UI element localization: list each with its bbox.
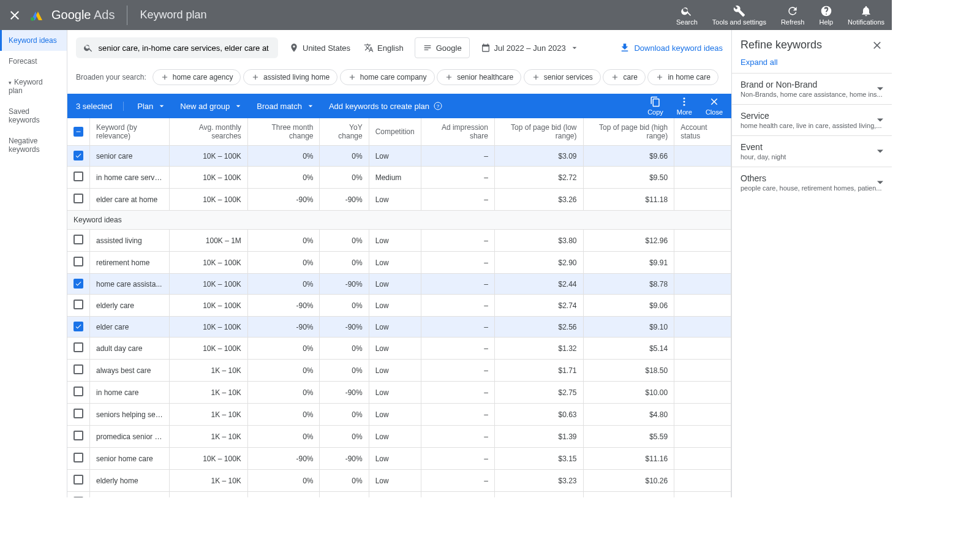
row-checkbox[interactable] (74, 300, 83, 309)
column-header[interactable]: Three month change (247, 118, 320, 146)
broaden-chip[interactable]: care (603, 69, 645, 85)
keyword-table-wrap[interactable]: Keyword (by relevance)Avg. monthly searc… (67, 118, 731, 497)
table-cell: 10K – 100K (170, 189, 248, 211)
close-icon[interactable] (7, 8, 22, 23)
svg-point-5 (684, 104, 685, 106)
table-cell: 0% (320, 252, 369, 274)
refine-section[interactable]: Eventhour, day, night (732, 135, 892, 167)
refine-section[interactable]: Brand or Non-BrandNon-Brands, home care … (732, 73, 892, 104)
network-filter[interactable]: Google (415, 37, 470, 58)
ad-group-dropdown[interactable]: New ad group (180, 101, 243, 111)
broaden-chip[interactable]: assisted living home (243, 69, 337, 85)
search-input-wrap[interactable] (76, 37, 278, 58)
table-cell (674, 295, 731, 317)
column-header[interactable]: YoY change (320, 118, 369, 146)
close-refine-icon[interactable] (871, 39, 883, 51)
table-cell: in home care servic... (90, 167, 170, 189)
row-checkbox[interactable] (74, 342, 83, 352)
table-row[interactable]: promedica senior c...1K – 10K0%0%Low–$1.… (67, 426, 731, 448)
row-checkbox[interactable] (74, 453, 83, 462)
refine-section[interactable]: Otherspeople care, house, retirement hom… (732, 167, 892, 198)
table-cell: $13.13 (583, 492, 674, 498)
row-checkbox[interactable] (74, 279, 83, 289)
row-checkbox[interactable] (74, 257, 83, 266)
table-row[interactable]: senior home care10K – 100K-90%-90%Low–$3… (67, 448, 731, 470)
column-header[interactable]: Competition (369, 118, 421, 146)
column-header[interactable]: Avg. monthly searches (170, 118, 248, 146)
column-header[interactable]: Keyword (by relevance) (90, 118, 170, 146)
row-checkbox[interactable] (74, 364, 83, 374)
location-filter[interactable]: United States (287, 39, 353, 56)
table-cell (674, 230, 731, 252)
header-tools[interactable]: Tools and settings (712, 5, 766, 26)
table-cell: $5.59 (583, 426, 674, 448)
row-checkbox[interactable] (74, 235, 83, 244)
sidebar-item[interactable]: Forecast (0, 51, 67, 72)
row-checkbox[interactable] (74, 387, 83, 396)
sidebar-item[interactable]: Saved keywords (0, 101, 67, 130)
help-icon[interactable]: ? (433, 101, 443, 111)
table-cell: $3.15 (494, 448, 583, 470)
sidebar-item[interactable]: Negative keywords (0, 130, 67, 160)
table-row[interactable]: elder care10K – 100K-90%-90%Low–$2.56$9.… (67, 317, 731, 338)
header-help[interactable]: Help (819, 5, 833, 26)
sidebar-item[interactable]: Keyword plan (0, 72, 67, 101)
column-header[interactable]: Top of page bid (high range) (583, 118, 674, 146)
row-checkbox[interactable] (74, 322, 83, 331)
language-filter[interactable]: English (361, 39, 406, 56)
refine-section[interactable]: Servicehome health care, live in care, a… (732, 104, 892, 135)
expand-all-link[interactable]: Expand all (732, 55, 892, 73)
table-row[interactable]: in home care1K – 10K0%-90%Low–$2.75$10.0… (67, 382, 731, 404)
table-row[interactable]: retirement home10K – 100K0%0%Low–$2.90$9… (67, 252, 731, 274)
date-range-filter[interactable]: Jul 2022 – Jun 2023 (478, 39, 582, 56)
table-row[interactable]: home care assista...10K – 100K0%-90%Low–… (67, 274, 731, 295)
plan-dropdown[interactable]: Plan (137, 101, 167, 111)
row-checkbox[interactable] (74, 151, 83, 160)
svg-point-3 (684, 97, 685, 99)
table-row[interactable]: assisted living100K – 1M0%0%Low–$3.80$12… (67, 230, 731, 252)
table-row[interactable]: always best care1K – 10K0%0%Low–$1.71$18… (67, 360, 731, 382)
table-row[interactable]: senior care10K – 100K0%0%Low–$3.09$9.66 (67, 146, 731, 167)
broaden-chip[interactable]: senior healthcare (437, 69, 521, 85)
row-checkbox[interactable] (74, 409, 83, 418)
match-type-dropdown[interactable]: Broad match (257, 101, 315, 111)
row-checkbox[interactable] (74, 431, 83, 440)
column-header[interactable]: Top of page bid (low range) (494, 118, 583, 146)
table-cell: Low (369, 230, 421, 252)
refine-keywords-panel: Refine keywords Expand all Brand or Non-… (731, 30, 892, 497)
broaden-chip[interactable]: home care agency (153, 69, 241, 85)
keyword-search-input[interactable] (99, 43, 271, 53)
header-search[interactable]: Search (676, 5, 698, 26)
table-row[interactable]: in home care servic...10K – 100K0%0%Medi… (67, 167, 731, 189)
table-row[interactable]: adult day care10K – 100K0%0%Low–$1.32$5.… (67, 338, 731, 360)
table-cell: $4.80 (583, 404, 674, 426)
row-checkbox[interactable] (74, 497, 83, 497)
table-row[interactable]: elder care at home10K – 100K-90%-90%Low–… (67, 189, 731, 211)
download-keyword-ideas[interactable]: Download keyword ideas (619, 42, 723, 53)
row-checkbox[interactable] (74, 172, 83, 181)
table-cell: 0% (247, 426, 320, 448)
row-checkbox[interactable] (74, 475, 83, 485)
row-checkbox[interactable] (74, 194, 83, 203)
header-refresh[interactable]: Refresh (781, 5, 805, 26)
table-row[interactable]: seniors helping sen...1K – 10K0%0%Low–$0… (67, 404, 731, 426)
table-cell: $3.97 (494, 492, 583, 498)
table-row[interactable]: senior care near me1K – 10K0%0%Low–$3.97… (67, 492, 731, 498)
select-all-checkbox[interactable] (74, 127, 83, 137)
broaden-chip[interactable]: home care company (340, 69, 435, 85)
broaden-chip[interactable]: in home care (647, 69, 718, 85)
copy-button[interactable]: Copy (647, 96, 663, 116)
column-header[interactable]: Ad impression share (421, 118, 494, 146)
broaden-chip[interactable]: senior services (524, 69, 601, 85)
close-selection-button[interactable]: Close (706, 96, 723, 116)
sidebar-item[interactable]: Keyword ideas (0, 30, 67, 51)
plus-icon (160, 73, 169, 81)
header-notifications[interactable]: Notifications (848, 5, 884, 26)
table-row[interactable]: elderly care10K – 100K-90%0%Low–$2.74$9.… (67, 295, 731, 317)
column-header[interactable]: Account status (674, 118, 731, 146)
add-keywords-button[interactable]: Add keywords to create plan? (329, 101, 443, 111)
table-row[interactable]: elderly home1K – 10K0%0%Low–$3.23$10.26 (67, 470, 731, 492)
more-button[interactable]: More (677, 96, 692, 116)
table-cell: – (421, 252, 494, 274)
table-cell (674, 426, 731, 448)
